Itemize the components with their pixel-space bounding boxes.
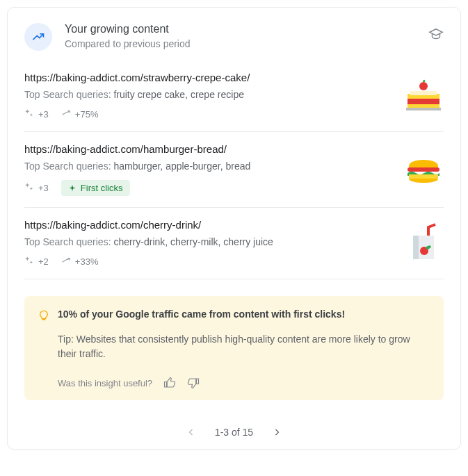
pagination: 1-3 of 15 [24,417,444,449]
clicks-metric: +2 [24,256,49,268]
clicks-metric: +3 [24,108,49,120]
content-row[interactable]: https://baking-addict.com/hamburger-brea… [24,132,444,208]
clicks-delta: +2 [38,256,49,267]
queries-values: fruity crepe cake, crepe recipe [113,89,244,100]
cake-icon [403,76,444,116]
trend-up-icon [24,23,52,51]
first-clicks-badge: First clicks [61,180,130,196]
burger-icon [403,149,444,190]
clicks-icon [24,108,34,120]
growth-metric: +75% [61,108,99,120]
queries-values: hamburger, apple-burger, bread [113,161,250,172]
clicks-icon [24,256,34,268]
insight-tip: Tip: Websites that consistently publish … [58,332,430,361]
clicks-delta: +3 [38,109,49,120]
clicks-metric: +3 [24,182,49,194]
thumbs-up-button[interactable] [163,377,176,389]
svg-rect-8 [413,236,419,259]
queries-label: Top Search queries: [24,161,111,172]
growing-content-card: Your growing content Compared to previou… [7,7,461,450]
growth-icon [61,108,71,120]
juicebox-icon [403,223,444,263]
insight-panel: 10% of your Google traffic came from con… [24,296,444,400]
queries-label: Top Search queries: [24,236,111,247]
svg-rect-6 [409,174,438,179]
clicks-icon [24,182,34,194]
svg-rect-1 [408,99,439,104]
education-icon[interactable] [428,27,444,45]
row-queries: Top Search queries: fruity crepe cake, c… [24,89,392,100]
card-header: Your growing content Compared to previou… [24,23,444,51]
lightbulb-icon [38,310,49,324]
svg-rect-3 [410,91,437,95]
card-subtitle: Compared to previous period [65,38,416,49]
queries-label: Top Search queries: [24,89,111,100]
feedback-prompt: Was this insight useful? [58,378,152,388]
row-queries: Top Search queries: cherry-drink, cherry… [24,236,392,247]
svg-point-4 [419,82,428,90]
growth-value: +33% [75,256,99,267]
row-queries: Top Search queries: hamburger, apple-bur… [24,161,392,172]
pager-range: 1-3 of 15 [215,427,253,438]
queries-values: cherry-drink, cherry-milk, cherry juice [113,236,273,247]
first-clicks-label: First clicks [81,183,123,193]
pager-prev-button[interactable] [187,428,195,436]
row-url: https://baking-addict.com/hamburger-brea… [24,143,392,155]
row-url: https://baking-addict.com/cherry-drink/ [24,219,392,231]
thumbs-down-button[interactable] [187,377,200,389]
clicks-delta: +3 [38,183,49,193]
svg-rect-5 [408,167,439,172]
content-row[interactable]: https://baking-addict.com/strawberry-cre… [24,72,444,132]
growth-metric: +33% [61,256,99,268]
growth-icon [61,256,71,268]
card-title: Your growing content [65,23,416,35]
content-rows: https://baking-addict.com/strawberry-cre… [24,72,444,279]
insight-title: 10% of your Google traffic came from con… [58,309,345,320]
content-row[interactable]: https://baking-addict.com/cherry-drink/ … [24,208,444,279]
growth-value: +75% [75,109,99,120]
svg-rect-2 [406,108,441,110]
pager-next-button[interactable] [273,428,281,436]
row-url: https://baking-addict.com/strawberry-cre… [24,72,392,83]
